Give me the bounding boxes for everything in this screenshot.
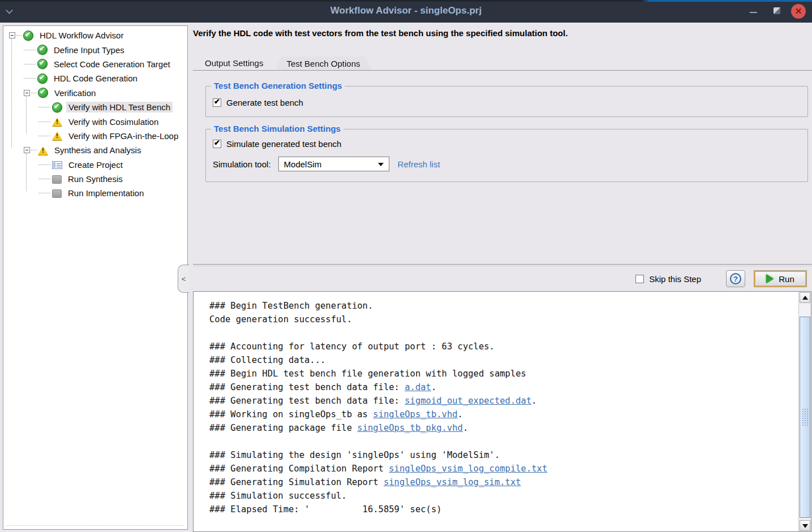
skip-this-step-checkbox[interactable] <box>635 275 644 283</box>
log-line: ### Generating Compilation Report single… <box>209 462 798 475</box>
tree-item-label: HDL Code Generation <box>51 73 140 84</box>
horizontal-divider <box>193 264 812 266</box>
tree-connector <box>24 78 36 79</box>
splitter-collapse-button[interactable]: < <box>178 265 189 293</box>
log-line: ### Accounting for latency of output por… <box>209 340 798 353</box>
log-text: . <box>463 423 468 433</box>
tree-item-hdl-code-generation[interactable]: HDL Code Generation <box>3 71 187 85</box>
tree-expander-icon[interactable] <box>24 90 30 96</box>
simulate-generated-test-bench-checkbox[interactable] <box>213 140 221 148</box>
close-icon[interactable]: ✕ <box>791 4 806 19</box>
tab-output-settings[interactable]: Output Settings <box>194 55 274 70</box>
log-link[interactable]: singleOps_tb_pkg.vhd <box>357 423 463 433</box>
log-text: ### Generating Simulation Report <box>209 477 384 487</box>
simulation-tool-label: Simulation tool: <box>213 159 271 169</box>
titlebar: Workflow Advisor - singleOps.prj ✕ <box>0 0 812 23</box>
log-text: ### Collecting data... <box>209 355 325 365</box>
tree-expander-icon[interactable] <box>24 147 30 153</box>
play-icon <box>766 274 774 283</box>
tree-item-run-synthesis[interactable]: Run Synthesis <box>3 172 187 186</box>
log-line: ### Generating test bench data file: a.d… <box>209 380 798 394</box>
step-instruction: Verify the HDL code with test vectors fr… <box>193 28 568 38</box>
group-test-bench-simulation-settings: Test Bench Simulation Settings Simulate … <box>205 129 808 182</box>
tree-item-label: Select Code Generation Target <box>51 59 173 70</box>
simulation-tool-dropdown[interactable]: ModelSim <box>278 157 389 171</box>
tree-item-label: Create Project <box>66 159 125 170</box>
tree-item-verify-with-fpga-in-the-loop[interactable]: Verify with FPGA-in-the-Loop <box>3 129 187 143</box>
tree-item-select-code-generation-target[interactable]: Select Code Generation Target <box>3 57 187 71</box>
check-icon <box>37 73 48 84</box>
tab-test-bench-options[interactable]: Test Bench Options <box>276 57 371 70</box>
tree-item-hdl-workflow-advisor[interactable]: HDL Workflow Advisor <box>3 28 187 42</box>
scrollbar-thumb[interactable] <box>800 317 810 518</box>
tree-connector <box>38 179 50 179</box>
tab-label: Output Settings <box>205 58 263 68</box>
tree-expander-icon[interactable] <box>9 32 15 38</box>
tree-connector <box>38 165 50 165</box>
simulation-tool-value: ModelSim <box>284 159 322 169</box>
group-title: Test Bench Simulation Settings <box>211 124 343 133</box>
log-text: ### Generating package file <box>209 423 357 433</box>
generate-test-bench-checkbox[interactable] <box>213 98 221 107</box>
log-line: ### Elapsed Time: ' 16.5859' sec(s) <box>209 503 798 516</box>
log-line: ### Generating Simulation Report singleO… <box>209 475 798 489</box>
tree-item-verify-with-hdl-test-bench[interactable]: Verify with HDL Test Bench <box>3 100 187 114</box>
tab-bar: Output SettingsTest Bench Options <box>194 55 372 70</box>
tree-item-label: Run Synthesis <box>66 174 125 184</box>
log-line: Code generation successful. <box>209 313 798 326</box>
log-text: ### Simulation successful. <box>209 491 347 501</box>
tree-item-label: Verify with FPGA-in-the-Loop <box>66 131 181 141</box>
log-text: ### Begin HDL test bench file generation… <box>209 369 526 379</box>
tree-connector <box>31 150 37 150</box>
log-text: ### Begin TestBench generation. <box>209 301 373 311</box>
tree-item-verify-with-cosimulation[interactable]: Verify with Cosimulation <box>3 114 187 128</box>
generate-test-bench-label: Generate test bench <box>226 98 303 107</box>
help-button[interactable]: ? <box>726 270 745 287</box>
log-line: ### Collecting data... <box>209 353 798 367</box>
log-link[interactable]: sigmoid_out_expected.dat <box>405 396 531 406</box>
step-toolbar: Skip this Step ? Run <box>635 269 807 288</box>
tree-item-define-input-types[interactable]: Define Input Types <box>3 42 187 57</box>
skip-this-step-label: Skip this Step <box>649 274 701 284</box>
window-title: Workflow Advisor - singleOps.prj <box>0 5 812 16</box>
log-text: ### Generating test bench data file: <box>209 382 405 392</box>
workflow-tree: HDL Workflow AdvisorDefine Input TypesSe… <box>3 26 187 201</box>
pending-icon <box>52 189 62 198</box>
tree-item-create-project[interactable]: Create Project <box>3 158 187 172</box>
tree-connector <box>38 193 50 193</box>
scroll-down-icon[interactable] <box>800 520 810 531</box>
tree-item-label: Run Implementation <box>66 188 146 198</box>
help-icon: ? <box>730 273 741 284</box>
log-text: ### Accounting for latency of output por… <box>209 341 495 352</box>
tree-item-label: Verify with HDL Test Bench <box>66 102 173 113</box>
workflow-tree-panel: HDL Workflow AdvisorDefine Input TypesSe… <box>3 25 188 530</box>
log-line: ### Generating test bench data file: sig… <box>209 394 798 408</box>
scroll-up-icon[interactable] <box>800 292 810 303</box>
log-text: . <box>531 396 536 406</box>
log-link[interactable]: singleOps_tb.vhd <box>373 409 457 419</box>
log-link[interactable]: singleOps_vsim_log_sim.txt <box>384 477 521 487</box>
warning-icon <box>52 116 62 127</box>
tree-item-verification[interactable]: Verification <box>3 86 187 100</box>
tree-item-synthesis-and-analysis[interactable]: Synthesis and Analysis <box>3 143 187 157</box>
run-button[interactable]: Run <box>754 270 807 287</box>
tab-label: Test Bench Options <box>286 59 360 68</box>
restore-icon[interactable] <box>774 7 780 14</box>
log-link[interactable]: a.dat <box>405 382 431 392</box>
log-link[interactable]: singleOps_vsim_log_compile.txt <box>389 464 547 474</box>
log-text: ### Generating Compilation Report <box>209 464 389 474</box>
tree-item-run-implementation[interactable]: Run Implementation <box>3 186 187 200</box>
group-test-bench-generation-settings: Test Bench Generation Settings Generate … <box>205 86 808 117</box>
minimize-icon[interactable] <box>750 12 757 13</box>
check-icon <box>52 102 62 113</box>
log-line: ### Simulation successful. <box>209 489 798 503</box>
tree-item-label: HDL Workflow Advisor <box>37 30 126 41</box>
tree-connector <box>38 122 50 122</box>
vertical-scrollbar[interactable] <box>798 292 811 531</box>
refresh-list-link[interactable]: Refresh list <box>398 159 440 169</box>
check-icon <box>37 45 48 55</box>
tree-connector <box>24 64 36 64</box>
log-text: ### Working on singleOps_tb as <box>209 409 373 419</box>
tree-item-label: Define Input Types <box>51 45 127 55</box>
log-line: ### Begin HDL test bench file generation… <box>209 367 798 380</box>
